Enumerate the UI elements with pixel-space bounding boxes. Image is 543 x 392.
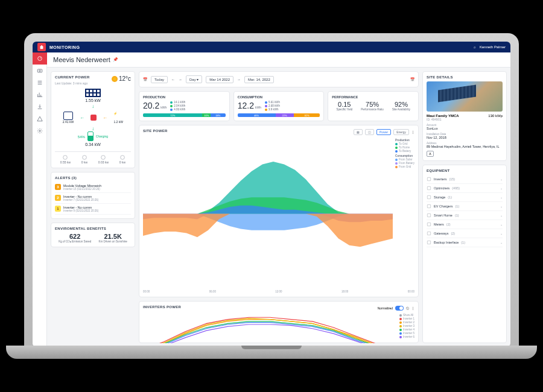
- env-title: ENVIROMENTAL BENEFITS: [55, 227, 131, 230]
- x-tick: 00:00: [408, 290, 414, 293]
- x-tick: 00:00: [143, 290, 150, 293]
- legend-item[interactable]: Inverter 6: [399, 335, 414, 338]
- battery-pct: 54%: [78, 135, 85, 139]
- bar-segment: 46%: [238, 113, 276, 117]
- equipment-item[interactable]: Storage (1)⌄: [427, 193, 503, 202]
- svg-rect-13: [427, 213, 430, 217]
- production-value: 20.2: [143, 101, 159, 110]
- equipment-item[interactable]: Meters (2)⌄: [427, 220, 503, 229]
- chart-view-icon[interactable]: ◫: [365, 129, 374, 135]
- chevron-down-icon: ⌄: [500, 204, 503, 208]
- performance-card: PERFORMANCE 0.15Specific Yield75%Perform…: [328, 91, 419, 121]
- sun-icon: [112, 76, 118, 82]
- legend-item[interactable]: From Battery: [395, 162, 414, 165]
- normalized-label: Normalized: [378, 306, 393, 310]
- svg-rect-14: [427, 223, 430, 226]
- date-to[interactable]: Mar. 14, 2022: [244, 76, 274, 83]
- energy-tab[interactable]: Energy: [393, 129, 409, 135]
- nav-camera-icon[interactable]: [33, 65, 47, 77]
- battery-kw: 0.34 kW: [85, 142, 101, 147]
- normalized-toggle[interactable]: [395, 306, 404, 311]
- nav-dashboard-icon[interactable]: [33, 52, 47, 65]
- arrow-right-icon: →: [237, 78, 241, 81]
- equipment-item[interactable]: EV Chargers (1)⌄: [427, 202, 503, 211]
- legend-item[interactable]: To Home: [395, 146, 414, 149]
- breakdown-item: 2.68 kWh: [265, 104, 280, 107]
- env-card: ENVIROMENTAL BENEFITS 622Kg of CO₂ Emiss…: [51, 223, 135, 247]
- legend-item[interactable]: Inverter 5: [399, 332, 414, 335]
- svg-rect-12: [427, 204, 430, 207]
- chart-view-icon[interactable]: ▦: [354, 129, 363, 135]
- calendar-icon: 📅: [143, 77, 147, 81]
- svg-rect-16: [427, 241, 430, 244]
- legend-item[interactable]: To Grid: [395, 142, 414, 145]
- alert-item[interactable]: 2Inverter - No commInverter 7 (02/21/202…: [55, 193, 131, 204]
- alerts-card: ALERTS (3) 3Module Voltage MismatchInver…: [51, 172, 135, 219]
- mini-stat: 0 kw: [81, 154, 87, 164]
- chevron-down-icon: ⌄: [500, 223, 503, 226]
- legend-item[interactable]: To Battery: [395, 150, 414, 153]
- arrow-left-icon: ←: [80, 115, 84, 121]
- nav-chart-icon[interactable]: [33, 89, 47, 101]
- svg-point-5: [83, 156, 87, 160]
- svg-point-4: [63, 156, 68, 160]
- calendar-icon[interactable]: 📅: [410, 77, 414, 81]
- language-badge[interactable]: A: [427, 151, 434, 157]
- x-tick: 06:00: [209, 290, 216, 293]
- nav-settings-icon[interactable]: [33, 125, 47, 137]
- site-name: Meevis Nederweert: [53, 56, 110, 63]
- battery-icon: [87, 131, 94, 141]
- alert-item[interactable]: 1Inverter - No commInverter 9 (02/21/202…: [55, 204, 131, 215]
- prev-button[interactable]: ←: [171, 78, 175, 81]
- today-button[interactable]: Today: [151, 76, 168, 83]
- more-icon[interactable]: ⋮: [411, 306, 414, 310]
- left-nav: [33, 52, 47, 347]
- site-power-title: SITE POWER: [143, 129, 168, 133]
- legend-item[interactable]: Inverter 4: [399, 328, 414, 331]
- legend-item[interactable]: From Grid: [395, 165, 414, 168]
- legend-item[interactable]: Inverter 1: [399, 317, 414, 320]
- pin-icon[interactable]: 📌: [113, 57, 118, 62]
- equipment-item[interactable]: Backup Interface (1)⌄: [427, 238, 503, 247]
- account-value: SunLux: [427, 127, 503, 130]
- chevron-down-icon: ⌄: [500, 232, 503, 235]
- consumption-card: CONSUMPTION 12.2kWh 5.61 kWh2.68 kWh3.9 …: [233, 91, 325, 121]
- chevron-down-icon: ⌄: [500, 195, 503, 199]
- alert-severity-badge: 1: [55, 206, 61, 212]
- mini-stat: 0.55 kw: [60, 154, 71, 164]
- hub-icon: [91, 115, 97, 121]
- user-name[interactable]: Kenneth Palmer: [480, 45, 506, 49]
- legend-item[interactable]: From Solar: [395, 158, 414, 161]
- power-tab[interactable]: Power: [376, 129, 391, 135]
- nav-download-icon[interactable]: [33, 101, 47, 113]
- nav-alert-icon[interactable]: [33, 113, 47, 125]
- equipment-item[interactable]: Smart Home (1)⌄: [427, 211, 503, 220]
- equipment-item[interactable]: Optimizers (495)⌄: [427, 184, 503, 193]
- home-value: 2.41 kW: [63, 120, 74, 124]
- next-button[interactable]: →: [179, 78, 182, 81]
- perf-stat: 92%Site Availability: [392, 101, 410, 111]
- inverters-card: INVERTERS POWER Normalized ⓘ ⋮ Show AllI…: [139, 301, 419, 343]
- app-title: MONITORING: [49, 45, 80, 49]
- alert-item[interactable]: 3Module Voltage MismatchInverter 15 (02/…: [55, 182, 131, 193]
- alert-severity-badge: 2: [55, 195, 61, 201]
- search-icon[interactable]: ⌕: [474, 45, 476, 49]
- address-value: 89 Medinat Hayehudim, Azrieli Tower, Her…: [427, 145, 503, 148]
- x-tick: 18:00: [341, 290, 348, 293]
- nav-list-icon[interactable]: [33, 77, 47, 89]
- chevron-down-icon: ⌄: [500, 177, 503, 181]
- period-select[interactable]: Day ▾: [186, 75, 202, 83]
- env-stat: 622Kg of CO₂ Emission Saved: [59, 233, 91, 243]
- equipment-item[interactable]: Gateways (2)⌄: [427, 229, 503, 238]
- legend-item[interactable]: Inverter 2: [399, 321, 414, 324]
- equipment-item[interactable]: Inverters (15)⌄: [427, 175, 503, 184]
- svg-point-6: [101, 156, 106, 160]
- install-date: Nov 12, 2018: [427, 136, 503, 139]
- last-update: Last Update: 3 mins ago: [55, 81, 90, 85]
- info-icon[interactable]: ⓘ: [406, 306, 409, 310]
- equipment-title: EQUIPMENT: [427, 169, 503, 172]
- legend-item[interactable]: Inverter 3: [399, 324, 414, 327]
- date-from[interactable]: Mar 14 2022: [206, 76, 233, 83]
- legend-item[interactable]: Show All: [399, 314, 414, 317]
- more-icon[interactable]: ⋮: [411, 130, 414, 134]
